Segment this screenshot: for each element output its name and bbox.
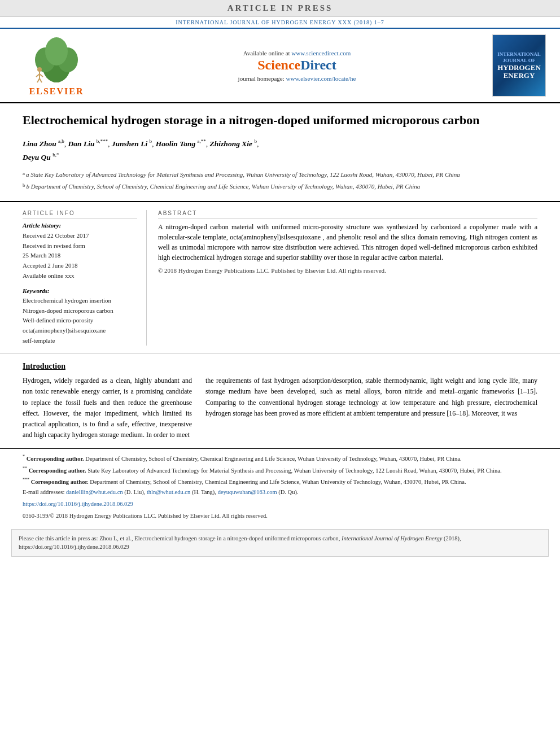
journal-homepage-link[interactable]: www.elsevier.com/locate/he: [286, 75, 356, 82]
article-info-abstract: ARTICLE INFO Article history: Received 2…: [0, 202, 560, 354]
abstract-header: ABSTRACT: [158, 210, 537, 219]
keyword-4: octa(aminophenyl)silsesquioxane: [23, 326, 137, 336]
abstract-text: A nitrogen-doped carbon material with un…: [158, 222, 537, 263]
footnote-3: *** Corresponding author. Department of …: [23, 477, 537, 487]
left-column: ARTICLE INFO Article history: Received 2…: [23, 210, 147, 346]
received-date: Received 22 October 2017: [23, 231, 137, 241]
svg-line-10: [40, 78, 42, 82]
elsevier-brand-text: ELSEVIER: [29, 86, 84, 97]
author-zhizhong-xie: Zhizhong Xie: [210, 139, 252, 147]
footnote-2: ** Corresponding author. State Key Labor…: [23, 465, 537, 475]
authors: Lina Zhou a,b, Dan Liu b,***, Junshen Li…: [23, 137, 537, 165]
svg-line-9: [37, 78, 40, 82]
journal-cover: INTERNATIONAL JOURNAL OF HYDROGEN ENERGY: [492, 34, 546, 97]
citation-box: Please cite this article in press as: Zh…: [11, 529, 549, 557]
citation-journal: International Journal of Hydrogen Energy: [342, 535, 442, 541]
abstract-copyright: © 2018 Hydrogen Energy Publications LLC.…: [158, 267, 537, 274]
affiliation-a: a a State Key Laboratory of Advanced Tec…: [23, 170, 537, 180]
article-history-label: Article history:: [23, 222, 137, 229]
accepted-date: Accepted 2 June 2018: [23, 261, 137, 271]
header-center: Available online at www.sciencedirect.co…: [102, 50, 492, 82]
svg-point-5: [37, 67, 42, 72]
available-online-text: Available online at www.sciencedirect.co…: [113, 50, 481, 56]
elsevier-logo: ELSEVIER: [11, 34, 102, 97]
email-addresses: E-mail addresses: danielllin@whut.edu.cn…: [23, 488, 537, 497]
available-online: Available online xxx: [23, 271, 137, 281]
elsevier-tree-icon: [23, 34, 90, 85]
affiliations: a a State Key Laboratory of Advanced Tec…: [23, 170, 537, 191]
intro-right-text: the requirements of fast hydrogen adsorp…: [205, 375, 537, 419]
keyword-5: self-template: [23, 336, 137, 346]
footnote-1: * Corresponding author. Department of Ch…: [23, 453, 537, 464]
author-junshen-li: Junshen Li: [112, 139, 147, 147]
revised-date: 25 March 2018: [23, 251, 137, 261]
journal-cover-subtitle: HYDROGEN: [497, 64, 541, 72]
journal-homepage: journal homepage: www.elsevier.com/locat…: [113, 75, 481, 82]
author-haolin-tang: Haolin Tang: [156, 139, 195, 147]
keywords-label: Keywords:: [23, 287, 137, 294]
sciencedirect-url[interactable]: www.sciencedirect.com: [291, 50, 351, 56]
author-deyu-qu: Deyu Qu: [23, 153, 51, 161]
email3-link[interactable]: deyuquwuhan@163.com: [218, 489, 277, 495]
journal-header-bar: INTERNATIONAL JOURNAL OF HYDROGEN ENERGY…: [0, 17, 560, 29]
sciencedirect-logo: ScienceDirect: [113, 58, 481, 73]
author-lina-zhou: Lina Zhou: [23, 139, 56, 147]
email1-link[interactable]: danielllin@whut.edu.cn: [66, 489, 123, 495]
intro-left: Hydrogen, widely regarded as a clean, hi…: [23, 375, 192, 440]
keyword-1: Electrochemical hydrogen insertion: [23, 296, 137, 306]
keywords-section: Keywords: Electrochemical hydrogen inser…: [23, 287, 137, 346]
affiliation-b: b b Department of Chemistry, School of C…: [23, 182, 537, 191]
svg-point-4: [45, 37, 68, 65]
introduction-heading: Introduction: [23, 362, 537, 371]
doi-link[interactable]: https://doi.org/10.1016/j.ijhydene.2018.…: [23, 500, 537, 509]
article-info-header: ARTICLE INFO: [23, 210, 137, 219]
keyword-3: Well-defined micro-porosity: [23, 316, 137, 326]
header-section: ELSEVIER Available online at www.science…: [0, 29, 560, 103]
intro-two-col: Hydrogen, widely regarded as a clean, hi…: [23, 375, 537, 440]
article-in-press-banner: ARTICLE IN PRESS: [0, 0, 560, 17]
author-dan-liu: Dan Liu: [68, 139, 95, 147]
footnote-copyright: 0360-3199/© 2018 Hydrogen Energy Publica…: [23, 512, 537, 521]
email2-link[interactable]: thln@whut.edu.cn: [147, 489, 190, 495]
intro-right: the requirements of fast hydrogen adsorp…: [205, 375, 537, 440]
header-right: INTERNATIONAL JOURNAL OF HYDROGEN ENERGY: [492, 34, 549, 97]
revised-label: Received in revised form: [23, 241, 137, 251]
introduction-section: Introduction Hydrogen, widely regarded a…: [0, 354, 560, 448]
footnotes-section: * Corresponding author. Department of Ch…: [0, 448, 560, 525]
right-column: ABSTRACT A nitrogen-doped carbon materia…: [158, 210, 537, 346]
journal-cover-subtitle2: ENERGY: [504, 72, 535, 80]
keyword-2: Nitrogen-doped microporous carbon: [23, 306, 137, 316]
article-main: Electrochemical hydrogen storage in a ni…: [0, 103, 560, 202]
intro-left-text: Hydrogen, widely regarded as a clean, hi…: [23, 375, 192, 440]
article-title: Electrochemical hydrogen storage in a ni…: [23, 112, 537, 129]
journal-cover-title: INTERNATIONAL JOURNAL OF: [495, 51, 543, 64]
